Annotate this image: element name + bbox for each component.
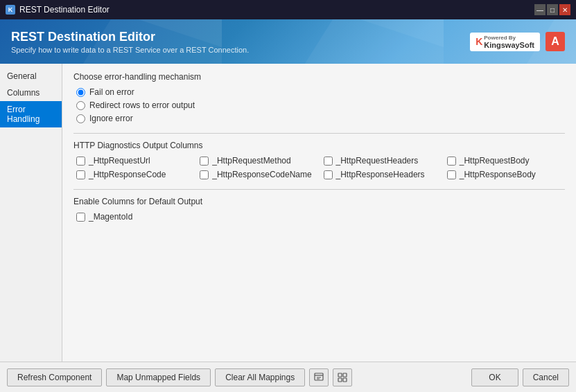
sidebar: General Columns Error Handling	[0, 64, 62, 362]
minimize-button[interactable]: —	[534, 4, 546, 15]
http-diagnostics-title: HTTP Diagnostics Output Columns	[73, 141, 565, 150]
chk-http-request-url[interactable]: _HttpRequestUrl	[76, 156, 194, 166]
divider-2	[73, 189, 565, 190]
header-title: REST Destination Editor	[11, 30, 249, 44]
error-handling-section: Choose error-handling mechanism Fail on …	[73, 72, 565, 123]
radio-ignore-input[interactable]	[76, 114, 85, 123]
radio-fail-on-error-input[interactable]	[76, 88, 85, 97]
sidebar-item-columns[interactable]: Columns	[0, 84, 62, 101]
footer-right: OK Cancel	[471, 368, 569, 386]
icon-button-1[interactable]	[309, 368, 329, 386]
radio-redirect[interactable]: Redirect rows to error output	[76, 100, 565, 110]
chk-http-request-method[interactable]: _HttpRequestMethod	[200, 156, 317, 166]
default-output-title: Enable Columns for Default Output	[73, 197, 565, 206]
error-radio-group: Fail on error Redirect rows to error out…	[76, 87, 565, 123]
map-unmapped-button[interactable]: Map Unmapped Fields	[106, 368, 211, 386]
logo-name: KingswaySoft	[484, 41, 534, 49]
clear-mappings-button[interactable]: Clear All Mappings	[215, 368, 305, 386]
powered-by: Powered By	[484, 35, 534, 41]
close-button[interactable]: ✕	[559, 4, 570, 15]
import-icon	[314, 373, 324, 382]
chk-http-response-body-input[interactable]	[447, 170, 456, 179]
radio-fail-on-error[interactable]: Fail on error	[76, 87, 565, 97]
footer: Refresh Component Map Unmapped Fields Cl…	[0, 362, 576, 392]
header-subtitle: Specify how to write data to a REST Serv…	[11, 46, 249, 54]
svg-rect-7	[343, 378, 347, 382]
chk-http-request-headers-input[interactable]	[324, 157, 333, 166]
chk-http-response-code[interactable]: _HttpResponseCode	[76, 170, 194, 179]
chk-magento-id-input[interactable]	[76, 213, 85, 222]
app-icon: K	[6, 5, 15, 15]
icon-button-2[interactable]	[333, 368, 352, 386]
refresh-component-button[interactable]: Refresh Component	[7, 368, 102, 386]
chk-http-request-url-input[interactable]	[76, 157, 85, 166]
kingsway-logo: K Powered By KingswaySoft	[470, 33, 540, 51]
chk-http-response-headers-input[interactable]	[324, 170, 333, 179]
chk-http-response-code-name[interactable]: _HttpResponseCodeName	[200, 170, 317, 179]
adv-logo: A	[546, 32, 565, 51]
right-panel: Choose error-handling mechanism Fail on …	[62, 64, 576, 362]
default-output-section: Enable Columns for Default Output _Magen…	[73, 197, 565, 222]
chk-http-response-code-name-input[interactable]	[200, 170, 209, 179]
header-banner: REST Destination Editor Specify how to w…	[0, 19, 576, 64]
error-section-title: Choose error-handling mechanism	[73, 72, 565, 82]
title-bar: K REST Destination Editor — □ ✕	[0, 0, 576, 19]
chk-http-request-headers[interactable]: _HttpRequestHeaders	[324, 156, 442, 166]
ok-button[interactable]: OK	[471, 368, 518, 386]
http-columns-grid: _HttpRequestUrl _HttpRequestMethod _Http…	[76, 156, 565, 179]
kingsway-text: Powered By KingswaySoft	[484, 35, 534, 49]
header-logos: K Powered By KingswaySoft A	[470, 32, 565, 51]
title-bar-left: K REST Destination Editor	[6, 5, 110, 15]
k-letter: K	[475, 36, 482, 47]
maximize-button[interactable]: □	[547, 4, 558, 15]
chk-http-response-headers[interactable]: _HttpResponseHeaders	[324, 170, 442, 179]
window-title: REST Destination Editor	[19, 5, 110, 15]
chk-http-response-code-input[interactable]	[76, 170, 85, 179]
chk-http-request-body-input[interactable]	[447, 157, 456, 166]
http-diagnostics-section: HTTP Diagnostics Output Columns _HttpReq…	[73, 141, 565, 179]
divider-1	[73, 133, 565, 134]
footer-left: Refresh Component Map Unmapped Fields Cl…	[7, 368, 352, 386]
sidebar-item-error-handling[interactable]: Error Handling	[0, 101, 62, 127]
header-text: REST Destination Editor Specify how to w…	[11, 30, 249, 54]
sidebar-item-general[interactable]: General	[0, 68, 62, 84]
default-columns-list: _MagentoId	[76, 212, 565, 222]
main-content: General Columns Error Handling Choose er…	[0, 64, 576, 362]
svg-rect-5	[343, 373, 347, 377]
svg-rect-4	[338, 373, 342, 377]
title-bar-buttons[interactable]: — □ ✕	[534, 4, 570, 15]
svg-rect-6	[338, 378, 342, 382]
grid-icon	[338, 373, 347, 382]
radio-ignore[interactable]: Ignore error	[76, 114, 565, 123]
chk-http-request-body[interactable]: _HttpRequestBody	[447, 156, 565, 166]
chk-http-request-method-input[interactable]	[200, 157, 209, 166]
cancel-button[interactable]: Cancel	[523, 368, 569, 386]
radio-redirect-input[interactable]	[76, 101, 85, 110]
chk-http-response-body[interactable]: _HttpResponseBody	[447, 170, 565, 179]
chk-magento-id[interactable]: _MagentoId	[76, 212, 565, 222]
